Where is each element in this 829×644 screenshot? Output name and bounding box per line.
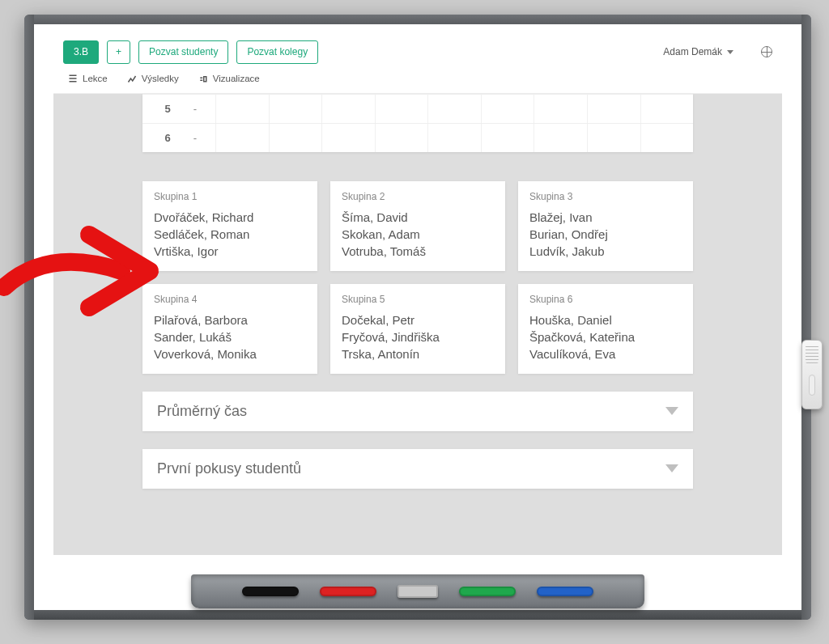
topbar: 3.B + Pozvat studenty Pozvat kolegy Adam… [53,32,782,94]
app-screen: 3.B + Pozvat studenty Pozvat kolegy Adam… [53,32,782,555]
member-name: Šíma, David [342,209,494,226]
group-members: Dvořáček, RichardSedláček, RomanVrtiška,… [154,209,306,260]
globe-icon[interactable] [761,46,772,57]
group-members: Šíma, DavidSkokan, AdamVotruba, Tomáš [342,209,494,260]
whiteboard-remote [801,340,823,409]
member-name: Špačková, Kateřina [529,328,682,345]
member-name: Sander, Lukáš [154,328,306,345]
member-name: Dvořáček, Richard [154,209,306,226]
group-card[interactable]: Skupina 6Houška, DanielŠpačková, Kateřin… [518,284,693,374]
class-label: 3.B [74,45,88,59]
invite-students-label: Pozvat studenty [149,45,218,59]
group-title: Skupina 6 [529,294,682,305]
member-name: Vrtiška, Igor [154,243,306,260]
member-name: Ludvík, Jakub [529,243,682,260]
member-name: Sedláček, Roman [154,226,306,243]
member-name: Skokan, Adam [342,226,494,243]
chart-icon [127,74,137,83]
member-name: Vaculíková, Eva [529,345,682,362]
tab-lessons[interactable]: Lekce [66,70,109,87]
member-name: Burian, Ondřej [529,226,682,243]
group-title: Skupina 1 [154,191,306,202]
group-title: Skupina 3 [529,191,682,202]
group-members: Houška, DanielŠpačková, KateřinaVaculíko… [529,311,682,362]
panel-first-attempts[interactable]: První pokusy studentů [142,449,693,489]
content-area: 5 - 6 - Skupina 1Dvořáček, RichardSe [53,94,782,513]
whiteboard-frame: 3.B + Pozvat studenty Pozvat kolegy Adam… [24,15,811,620]
group-card[interactable]: Skupina 4Pilařová, BarboraSander, LukášV… [142,284,317,374]
pen-red [320,587,376,596]
group-title: Skupina 4 [154,294,306,305]
group-title: Skupina 5 [342,294,494,305]
invite-colleagues-label: Pozvat kolegy [247,45,308,59]
member-name: Votruba, Tomáš [342,243,494,260]
tab-results-label: Výsledky [142,74,179,83]
user-name: Adam Demák [663,46,722,57]
member-name: Voverková, Monika [154,345,306,362]
member-name: Pilařová, Barbora [154,311,306,328]
whiteboard-pen-tray [191,574,644,608]
pen-green [459,587,516,596]
row-value: - [175,103,215,115]
eraser [397,585,438,598]
plus-icon: + [116,45,121,59]
panel-title: První pokusy studentů [157,460,665,477]
row-empty-cells [215,124,693,152]
panel-title: Průměrný čas [157,403,665,420]
user-menu[interactable]: Adam Demák [663,46,733,57]
chevron-down-icon [665,407,678,415]
invite-students-button[interactable]: Pozvat studenty [138,40,228,64]
pen-blue [537,587,593,596]
group-card[interactable]: Skupina 3Blažej, IvanBurian, OndřejLudví… [518,181,693,271]
member-name: Blažej, Ivan [529,209,682,226]
group-title: Skupina 2 [342,191,494,202]
visualize-icon [198,74,208,83]
row-number: 5 [142,103,175,115]
add-class-button[interactable]: + [107,40,130,64]
results-table-fragment: 5 - 6 - [142,94,693,152]
group-card[interactable]: Skupina 1Dvořáček, RichardSedláček, Roma… [142,181,317,271]
chevron-down-icon [665,464,678,472]
row-value: - [175,132,215,144]
member-name: Dočekal, Petr [342,311,494,328]
invite-colleagues-button[interactable]: Pozvat kolegy [236,40,318,64]
row-number: 6 [142,132,175,144]
list-icon [68,74,78,83]
group-members: Dočekal, PetrFryčová, JindřiškaTrska, An… [342,311,494,362]
pen-black [242,587,299,596]
panel-average-time[interactable]: Průměrný čas [142,392,693,431]
class-selector-button[interactable]: 3.B [63,40,99,64]
member-name: Trska, Antonín [342,345,494,362]
group-members: Pilařová, BarboraSander, LukášVoverková,… [154,311,306,362]
table-row: 6 - [142,123,693,152]
nav-tabs: Lekce Výsledky Vizualizace [63,64,772,93]
caret-down-icon [727,50,733,54]
member-name: Fryčová, Jindřiška [342,328,494,345]
groups-grid: Skupina 1Dvořáček, RichardSedláček, Roma… [142,181,693,374]
tab-visualize[interactable]: Vizualizace [197,70,261,87]
group-members: Blažej, IvanBurian, OndřejLudvík, Jakub [529,209,682,260]
tab-lessons-label: Lekce [83,74,108,83]
member-name: Houška, Daniel [529,311,682,328]
tab-visualize-label: Vizualizace [213,74,260,83]
group-card[interactable]: Skupina 2Šíma, DavidSkokan, AdamVotruba,… [330,181,505,271]
tab-results[interactable]: Výsledky [125,70,181,87]
row-empty-cells [215,95,693,123]
table-row: 5 - [142,94,693,123]
group-card[interactable]: Skupina 5Dočekal, PetrFryčová, Jindřiška… [330,284,505,374]
